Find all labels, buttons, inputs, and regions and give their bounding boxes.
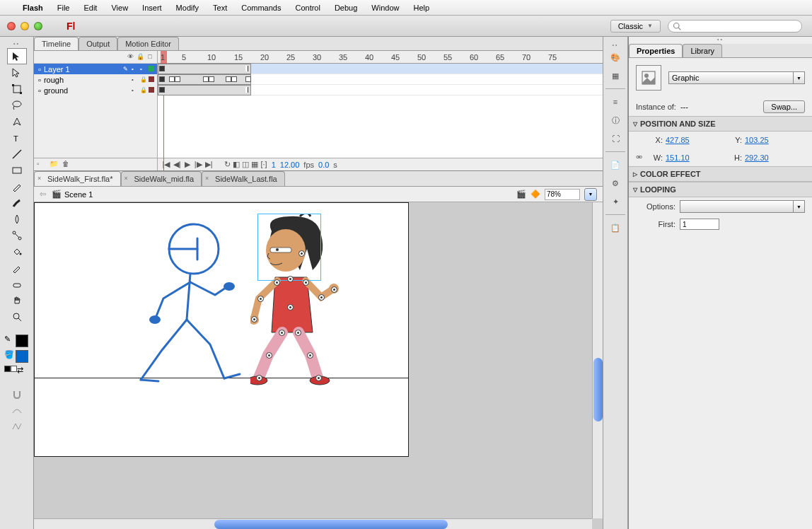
y-value[interactable]: 103.25 [745,136,787,144]
align-panel-icon[interactable]: ≡ [607,93,624,110]
scroll-thumb[interactable] [214,520,448,529]
h-value[interactable]: 292.30 [745,153,787,162]
lasso-tool[interactable] [7,97,27,113]
prev-frame-icon[interactable]: ◀| [173,160,181,169]
scene-breadcrumb[interactable]: 🎬 Scene 1 [52,190,93,199]
symbol-type-dropdown[interactable]: Graphic ▼ [668,71,805,84]
menu-debug[interactable]: Debug [327,1,364,14]
deco-tool[interactable] [7,211,27,227]
color-panel-icon[interactable]: 🎨 [607,49,624,66]
x-value[interactable]: 427.85 [666,136,708,144]
close-tab-icon[interactable]: × [205,175,209,182]
pencil-tool[interactable] [7,178,27,194]
joint-icon[interactable] [331,286,337,293]
loop-icon[interactable]: ↻ [224,160,231,168]
selection-tool[interactable] [7,48,27,64]
workspace-switcher[interactable]: Classic ▼ [610,20,661,33]
canvas[interactable] [34,202,409,457]
menu-app[interactable]: Flash [16,1,50,14]
menu-view[interactable]: View [104,1,135,14]
zoom-dropdown[interactable]: ▼ [584,188,597,201]
joint-icon[interactable] [307,352,313,359]
panel-grip-icon[interactable]: •• [0,41,33,48]
play-icon[interactable]: ▶ [183,160,192,169]
paint-bucket-tool[interactable] [7,243,27,260]
joint-icon[interactable] [287,276,294,282]
first-frame-input[interactable] [680,219,719,230]
layer-row[interactable]: ▫ Layer 1 ✎•• [34,64,157,74]
menu-file[interactable]: File [50,1,77,14]
lock-icon[interactable]: 🔒 [136,53,144,62]
layer-row[interactable]: ▫ rough •🔒 [34,74,157,85]
line-tool[interactable] [7,146,27,162]
girl-character[interactable] [250,214,360,385]
menu-modify[interactable]: Modify [169,1,206,14]
edit-symbol-icon[interactable]: 🔶 [530,190,540,199]
doc-tab[interactable]: ×SideWalk_Last.fla [202,171,285,186]
joint-icon[interactable] [256,375,262,381]
menu-text[interactable]: Text [206,1,234,14]
subselection-tool[interactable] [7,64,27,81]
menu-control[interactable]: Control [288,1,327,14]
search-input[interactable] [668,20,802,33]
joint-icon[interactable] [295,330,301,336]
tab-library[interactable]: Library [683,44,722,57]
lock-aspect-icon[interactable]: ⚮ [636,153,646,162]
close-icon[interactable] [7,22,16,30]
eyedropper-tool[interactable] [7,260,27,276]
frame-row[interactable] [158,85,603,95]
joint-icon[interactable] [266,352,272,359]
close-tab-icon[interactable]: × [124,175,128,182]
onion-outline-icon[interactable]: ◫ [242,160,249,168]
section-position-size[interactable]: ▽POSITION AND SIZE [629,116,812,132]
joint-icon[interactable] [303,279,309,286]
free-transform-tool[interactable] [7,81,27,97]
project-panel-icon[interactable]: 📋 [607,219,624,236]
joint-icon[interactable] [287,304,294,310]
menu-window[interactable]: Window [364,1,406,14]
zoom-input[interactable] [545,189,580,200]
joint-icon[interactable] [257,296,264,302]
tab-motion-editor[interactable]: Motion Editor [117,37,179,50]
joint-icon[interactable] [251,316,257,322]
tab-output[interactable]: Output [79,37,117,50]
edit-scene-icon[interactable]: 🎬 [516,190,526,199]
current-frame[interactable]: 1 [272,161,276,169]
frame-row[interactable] [158,64,603,74]
outline-icon[interactable]: □ [146,53,154,62]
menu-help[interactable]: Help [406,1,436,14]
fps-value[interactable]: 12.00 [280,161,300,169]
scrollbar-horizontal[interactable] [34,518,592,529]
eye-icon[interactable]: 👁 [126,53,134,62]
back-icon[interactable]: ⇦ [40,190,46,199]
doc-tab[interactable]: ×SideWalk_First.fla* [34,171,121,186]
code-panel-icon[interactable]: 📄 [607,156,624,173]
stroke-swatch[interactable]: ✎ [4,335,30,347]
snap-tool[interactable] [7,385,27,402]
tab-timeline[interactable]: Timeline [34,37,79,50]
swap-swatch[interactable]: ⇄ [4,366,30,378]
frame-row[interactable] [158,74,603,85]
bone-tool[interactable] [7,227,27,243]
frame-ruler[interactable]: 1 5 10 15 20 25 30 35 40 45 50 55 60 65 [158,51,603,64]
scrollbar-vertical[interactable] [592,202,603,518]
section-looping[interactable]: ▽LOOPING [629,182,812,197]
last-frame-icon[interactable]: ▶| [204,160,213,169]
info-panel-icon[interactable]: ⓘ [607,112,624,129]
layer-row[interactable]: ▫ ground •🔒 [34,85,157,95]
rectangle-tool[interactable] [7,162,27,178]
zoom-icon[interactable] [34,22,42,30]
straighten-tool[interactable] [7,418,27,434]
brush-tool[interactable] [7,194,27,211]
components-panel-icon[interactable]: ⚙ [607,175,624,192]
doc-tab[interactable]: ×SideWalk_mid.fla [121,171,202,186]
smooth-tool[interactable] [7,402,27,418]
delete-layer-icon[interactable]: 🗑 [62,160,72,170]
panel-grip-icon[interactable]: •• [603,42,627,47]
menu-commands[interactable]: Commands [234,1,288,14]
scroll-thumb[interactable] [593,358,603,422]
frame-area[interactable]: 1 5 10 15 20 25 30 35 40 45 50 55 60 65 [158,51,603,170]
fill-swatch[interactable]: 🪣 [4,350,30,363]
stage[interactable] [34,202,603,529]
swatches-panel-icon[interactable]: ▦ [607,67,624,84]
